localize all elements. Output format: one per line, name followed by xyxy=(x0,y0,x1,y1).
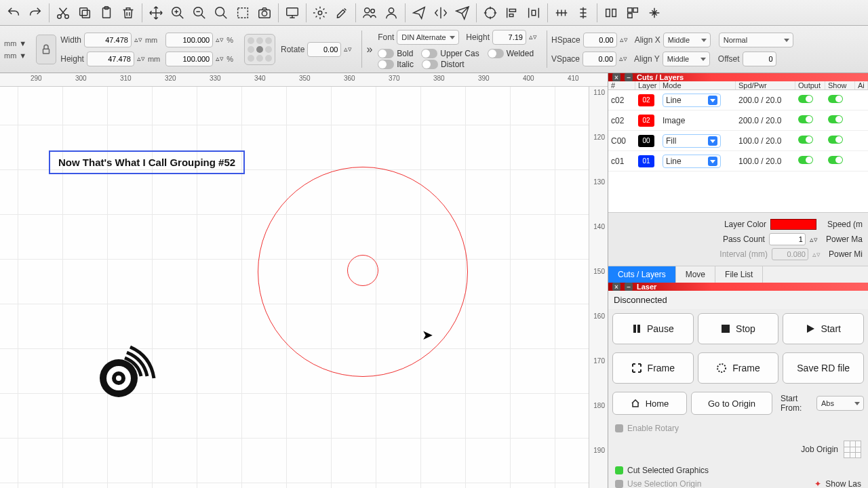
copy-icon[interactable] xyxy=(75,3,95,23)
tab-move[interactable]: Move xyxy=(676,266,715,283)
delete-icon[interactable] xyxy=(118,3,138,23)
width-input[interactable] xyxy=(84,33,132,47)
height-input[interactable] xyxy=(87,52,134,66)
user-icon[interactable] xyxy=(381,3,401,23)
marquee-icon[interactable] xyxy=(233,3,253,23)
send-icon[interactable] xyxy=(409,3,429,23)
zoom-out-icon[interactable] xyxy=(211,3,231,23)
joborigin-label: Job Origin xyxy=(801,445,838,454)
flip-h-icon[interactable] xyxy=(431,3,451,23)
monitor-icon[interactable] xyxy=(282,3,302,23)
target-icon[interactable] xyxy=(480,3,500,23)
goto-origin-button[interactable]: Go to Origin xyxy=(691,392,772,415)
startfrom-label: Start From: xyxy=(781,394,812,413)
bold-toggle[interactable] xyxy=(378,49,394,58)
users-icon[interactable] xyxy=(359,3,380,23)
tools-icon[interactable] xyxy=(332,3,352,23)
laser-header[interactable]: × – Laser xyxy=(608,283,868,291)
height-pct-input[interactable] xyxy=(165,52,213,66)
tab-filelist[interactable]: File List xyxy=(715,266,763,283)
arrange-3-icon[interactable] xyxy=(644,3,665,23)
circle-inner[interactable] xyxy=(347,255,378,286)
rotary-check[interactable] xyxy=(615,424,623,432)
joborigin-grid[interactable] xyxy=(844,441,861,458)
send-alt-icon[interactable] xyxy=(452,3,473,23)
aligny-select[interactable]: Middle xyxy=(663,52,710,66)
interval-label: Interval (mm) xyxy=(719,249,768,259)
offset-label: Offset xyxy=(718,54,740,64)
dist-v-icon[interactable] xyxy=(573,3,593,23)
cuts-layers-header[interactable]: × – Cuts / Layers xyxy=(608,73,868,81)
svg-rect-29 xyxy=(637,325,640,333)
home-label: Home xyxy=(646,399,669,409)
property-bar: mm▼ mm▼ Width▵▿mm Height▵▿mm ▵▿% ▵▿% Rot… xyxy=(0,26,868,73)
distort-toggle[interactable] xyxy=(422,60,438,69)
welded-toggle[interactable] xyxy=(488,49,504,58)
cut-icon[interactable] xyxy=(53,3,73,23)
gear-icon[interactable] xyxy=(310,3,330,23)
upper-label: Upper Cas xyxy=(440,49,479,58)
table-row[interactable]: c0202Image200.0 / 20.0 xyxy=(608,110,868,131)
collapse-panel-icon[interactable]: – xyxy=(625,73,633,81)
interval-input xyxy=(772,248,808,260)
close-laser-icon[interactable]: × xyxy=(612,283,620,291)
table-row[interactable]: C0000Fill100.0 / 20.0 xyxy=(608,131,868,151)
collapse-laser-icon[interactable]: – xyxy=(625,283,633,291)
camera-icon[interactable] xyxy=(254,3,275,23)
ruler-horizontal: 290300310320330340350360370380390400410 xyxy=(0,73,608,87)
hspace-input[interactable] xyxy=(583,33,617,47)
chevrons-icon[interactable]: » xyxy=(366,43,372,56)
pause-button[interactable]: Pause xyxy=(612,313,694,344)
speed-label: Speed (m xyxy=(827,220,863,229)
height-unit: mm xyxy=(148,55,160,63)
move-icon[interactable] xyxy=(146,3,166,23)
italic-toggle[interactable] xyxy=(378,60,394,69)
pass-input[interactable] xyxy=(769,233,806,245)
laser-status: Disconnected xyxy=(608,291,868,309)
cutsel-check[interactable] xyxy=(615,466,623,474)
frame2-label: Frame xyxy=(732,363,760,373)
layer-color-swatch[interactable] xyxy=(770,219,816,230)
italic-label: Italic xyxy=(397,60,414,69)
arrange-1-icon[interactable] xyxy=(601,3,621,23)
canvas[interactable]: Now That's What I Call Grouping #52 ➤ xyxy=(0,87,589,488)
stop-button[interactable]: Stop xyxy=(698,313,779,344)
svg-point-13 xyxy=(318,11,322,15)
table-row[interactable]: c0101Line100.0 / 20.0 xyxy=(608,151,868,171)
lock-aspect-icon[interactable] xyxy=(36,35,56,64)
close-panel-icon[interactable]: × xyxy=(612,73,620,81)
normal-select[interactable]: Normal xyxy=(719,33,793,47)
vspace-input[interactable] xyxy=(583,52,616,66)
align-dist-icon[interactable] xyxy=(524,3,544,23)
redo-icon[interactable] xyxy=(25,3,45,23)
arrange-2-icon[interactable] xyxy=(623,3,643,23)
font-label: Font xyxy=(378,33,394,42)
rotate-input[interactable] xyxy=(307,42,341,57)
dist-h-icon[interactable] xyxy=(551,3,572,23)
frame-hull-button[interactable]: Frame xyxy=(698,352,779,384)
alignx-select[interactable]: Middle xyxy=(663,33,711,47)
home-button[interactable]: Home xyxy=(612,392,687,415)
offset-input[interactable] xyxy=(743,52,776,66)
zoom-in-icon[interactable] xyxy=(189,3,210,23)
startfrom-select[interactable]: Abs xyxy=(816,396,864,411)
table-row[interactable]: c0202Line200.0 / 20.0 xyxy=(608,90,868,110)
col-spdpwr: Spd/Pwr xyxy=(736,81,795,89)
undo-icon[interactable] xyxy=(3,3,24,23)
text-height-input[interactable] xyxy=(492,30,526,45)
speaker-graphic[interactable] xyxy=(96,339,157,405)
zoom-fit-icon[interactable] xyxy=(167,3,188,23)
usesel-check[interactable] xyxy=(615,480,623,488)
text-object[interactable]: Now That's What I Call Grouping #52 xyxy=(49,150,245,174)
paste-icon[interactable] xyxy=(96,3,117,23)
save-rd-button[interactable]: Save RD file xyxy=(783,352,864,384)
frame-rect-button[interactable]: Frame xyxy=(612,352,694,384)
align-left-icon[interactable] xyxy=(502,3,522,23)
font-select[interactable]: DIN Alternate xyxy=(397,30,459,45)
start-button[interactable]: Start xyxy=(783,313,864,344)
width-pct-input[interactable] xyxy=(165,33,213,47)
tab-cuts[interactable]: Cuts / Layers xyxy=(608,266,676,283)
anchor-grid[interactable] xyxy=(244,34,275,65)
upper-toggle[interactable] xyxy=(421,49,437,58)
goto-label: Go to Origin xyxy=(708,399,755,409)
